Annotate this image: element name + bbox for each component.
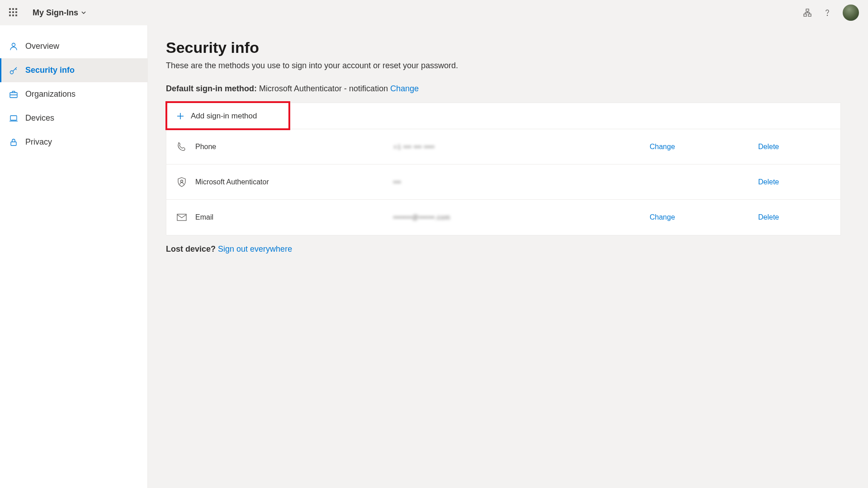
sidebar-item-label: Organizations xyxy=(25,89,75,99)
sidebar-item-privacy[interactable]: Privacy xyxy=(0,130,147,154)
person-icon xyxy=(9,42,18,51)
default-method-value: Microsoft Authenticator - notification xyxy=(259,84,388,93)
lost-device-label: Lost device? xyxy=(166,244,216,253)
body-container: Overview Security info Organizations Dev… xyxy=(0,25,868,488)
chevron-down-icon xyxy=(81,10,86,15)
email-icon xyxy=(176,212,187,223)
method-name-cell: Microsoft Authenticator xyxy=(176,177,393,188)
svg-point-3 xyxy=(827,15,827,15)
method-name-cell: Phone xyxy=(176,141,393,152)
help-icon[interactable] xyxy=(823,8,832,17)
sidebar-item-label: Devices xyxy=(25,113,54,123)
svg-rect-1 xyxy=(804,14,807,16)
delete-link[interactable]: Delete xyxy=(758,143,830,151)
header: My Sign-Ins xyxy=(0,0,868,25)
default-method-label: Default sign-in method: xyxy=(166,84,257,93)
org-chart-icon[interactable] xyxy=(803,8,812,17)
sidebar-item-label: Overview xyxy=(25,42,59,51)
change-link[interactable]: Change xyxy=(650,213,758,221)
svg-rect-7 xyxy=(10,116,17,120)
method-value: ••• xyxy=(393,178,574,186)
svg-point-5 xyxy=(10,70,14,74)
add-method-row: Add sign-in method xyxy=(166,103,840,129)
app-title-label: My Sign-Ins xyxy=(33,8,78,18)
svg-point-9 xyxy=(181,180,183,182)
sidebar-item-overview[interactable]: Overview xyxy=(0,34,147,58)
change-default-link[interactable]: Change xyxy=(390,84,419,93)
lost-device: Lost device? Sign out everywhere xyxy=(166,244,841,254)
page-title: Security info xyxy=(166,39,841,56)
delete-link[interactable]: Delete xyxy=(758,178,830,186)
phone-icon xyxy=(176,141,187,152)
main-content: Security info These are the methods you … xyxy=(148,25,868,488)
sidebar-item-security[interactable]: Security info xyxy=(0,58,147,82)
add-method-label: Add sign-in method xyxy=(191,112,257,121)
sidebar: Overview Security info Organizations Dev… xyxy=(0,25,148,488)
sidebar-item-organizations[interactable]: Organizations xyxy=(0,82,147,106)
key-icon xyxy=(9,66,18,75)
delete-link[interactable]: Delete xyxy=(758,213,830,221)
methods-card: Add sign-in method Phone +1 ••• ••• ••••… xyxy=(166,103,841,235)
add-method-button[interactable]: Add sign-in method xyxy=(166,103,289,129)
svg-rect-2 xyxy=(808,14,811,16)
svg-rect-8 xyxy=(11,142,16,145)
table-row: Email •••••••@••••••.com Change Delete xyxy=(166,200,840,235)
method-value: +1 ••• ••• •••• xyxy=(393,143,574,150)
app-title-dropdown[interactable]: My Sign-Ins xyxy=(33,8,86,18)
svg-rect-10 xyxy=(177,214,186,221)
plus-icon xyxy=(176,112,184,120)
authenticator-icon xyxy=(176,177,187,188)
method-name-cell: Email xyxy=(176,212,393,223)
default-method: Default sign-in method: Microsoft Authen… xyxy=(166,84,841,94)
sidebar-item-label: Privacy xyxy=(25,137,52,147)
change-link[interactable]: Change xyxy=(650,143,758,151)
lock-icon xyxy=(9,138,18,147)
table-row: Microsoft Authenticator ••• Delete xyxy=(166,164,840,200)
sign-out-everywhere-link[interactable]: Sign out everywhere xyxy=(218,244,292,253)
laptop-icon xyxy=(9,114,18,123)
briefcase-icon xyxy=(9,90,18,99)
method-name: Phone xyxy=(195,143,216,151)
table-row: Phone +1 ••• ••• •••• Change Delete xyxy=(166,129,840,164)
method-name: Email xyxy=(195,213,213,221)
sidebar-item-devices[interactable]: Devices xyxy=(0,106,147,130)
method-name: Microsoft Authenticator xyxy=(195,178,269,186)
method-value: •••••••@••••••.com xyxy=(393,214,574,221)
app-launcher-icon[interactable] xyxy=(9,8,18,17)
sidebar-item-label: Security info xyxy=(25,66,75,75)
header-left: My Sign-Ins xyxy=(9,8,86,18)
avatar[interactable] xyxy=(843,5,859,21)
svg-point-4 xyxy=(12,43,15,46)
header-right xyxy=(803,5,859,21)
svg-rect-0 xyxy=(806,9,809,11)
page-subtitle: These are the methods you use to sign in… xyxy=(166,61,841,70)
